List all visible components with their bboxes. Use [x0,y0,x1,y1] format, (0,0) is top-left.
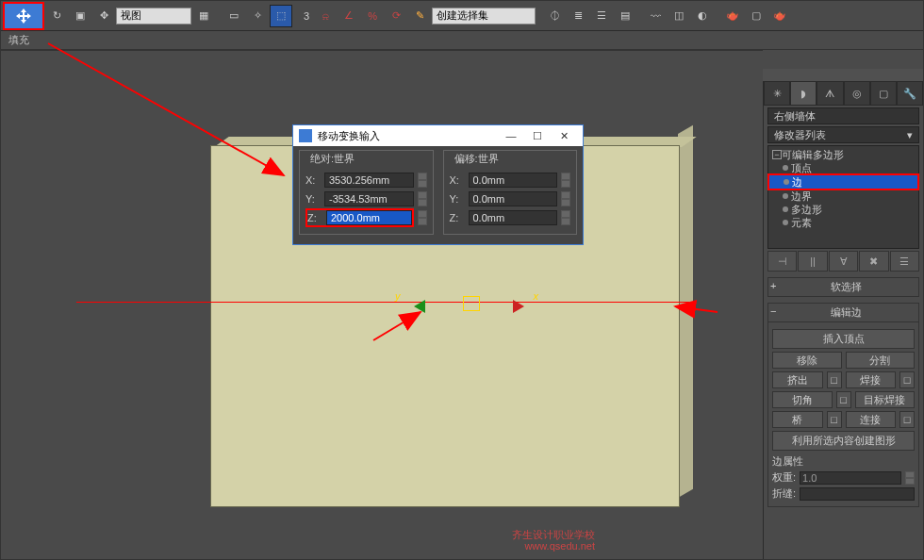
selection-set-combo[interactable]: 创建选择集 [432,8,536,25]
scale-tool-button[interactable]: ▣ [69,5,91,27]
schematic-view-button[interactable]: ◫ [668,5,690,27]
transform-gizmo[interactable]: y x [406,294,538,315]
create-shape-button[interactable]: 利用所选内容创建图形 [772,431,915,451]
render-frame-button[interactable]: ▢ [745,5,767,27]
placement-tool-button[interactable]: ✥ [92,5,115,27]
object-name-field[interactable]: 右侧墙体 [767,107,919,124]
dialog-titlebar[interactable]: 移动变换输入 — ☐ ✕ [293,125,583,146]
abs-z-input[interactable]: 2000.0mm [326,210,412,225]
weight-label: 权重: [772,470,796,485]
gizmo-y-label: y [395,290,401,302]
abs-x-spinner[interactable] [418,173,427,188]
chamfer-button[interactable]: 切角 [772,391,833,408]
manipulate-button[interactable]: ✧ [246,5,269,27]
modifier-list-combo[interactable]: 修改器列表▾ [767,126,919,143]
material-editor-button[interactable]: ◐ [691,5,714,27]
abs-y-spinner[interactable] [418,191,427,206]
edit-edges-rollup[interactable]: −编辑边 [767,303,919,322]
abs-y-input[interactable]: -3534.53mm [324,191,414,206]
off-z-spinner[interactable] [561,210,570,225]
off-x-input[interactable]: 0.0mm [469,173,558,188]
stack-border[interactable]: 边界 [768,189,918,203]
spinner-snap-button[interactable]: ⟳ [385,5,407,27]
hierarchy-tab[interactable]: ᗑ [817,81,843,106]
split-button[interactable]: 分割 [846,352,916,369]
mirror-button[interactable]: ⏀ [543,5,566,27]
extrude-button[interactable]: 挤出 [772,371,823,388]
remove-button[interactable]: 移除 [772,352,842,369]
utilities-tab[interactable]: 🔧 [897,81,923,106]
offset-world-group: 偏移:世界 X:0.0mm Y:0.0mm Z:0.0mm [443,150,578,235]
angle-snap-button[interactable]: ∠ [338,5,360,27]
tab-fill: 填充 [3,31,35,49]
bridge-button[interactable]: 桥 [772,411,823,428]
abs-x-input[interactable]: 3530.256mm [324,173,414,188]
maximize-button[interactable]: ☐ [524,130,551,142]
chamfer-settings-button[interactable]: □ [836,391,851,408]
abs-z-spinner[interactable] [418,210,427,225]
snap-toggle-button[interactable]: ⍾ [314,5,337,27]
percent-snap-button[interactable]: % [361,5,384,27]
rotate-tool-button[interactable]: ↻ [45,5,68,27]
move-transform-dialog: 移动变换输入 — ☐ ✕ 绝对:世界 X:3530.256mm Y:-3534.… [292,124,584,245]
stack-polygon[interactable]: 多边形 [768,203,918,216]
edit-edges-body: 插入顶点 移除 分割 挤出 □ 焊接 □ 切角 □ 目标焊接 桥 □ 连接 □ … [767,322,919,507]
abs-z-highlight-frame: Z:2000.0mm [305,208,414,227]
display-tab[interactable]: ▢ [870,81,897,106]
off-y-input[interactable]: 0.0mm [469,191,558,206]
absolute-world-group: 绝对:世界 X:3530.256mm Y:-3534.53mm Z:2000.0… [299,150,434,235]
minimize-button[interactable]: — [498,130,524,141]
abs-z-label: Z: [307,212,322,223]
off-z-label: Z: [450,212,465,223]
motion-tab[interactable]: ◎ [844,81,870,106]
absolute-world-label: 绝对:世界 [307,152,357,166]
insert-vertex-button[interactable]: 插入顶点 [772,329,915,349]
ribbon-toggle-button[interactable]: ▤ [614,5,636,27]
selected-edge [76,302,689,303]
weld-settings-button[interactable]: □ [899,371,915,388]
weight-input[interactable]: 1.0 [800,471,901,485]
reference-coord-combo[interactable]: 视图 [116,8,191,25]
keyboard-shortcut-button[interactable]: ⬚ [270,5,292,27]
stack-element[interactable]: 元素 [768,216,918,229]
connect-button[interactable]: 连接 [846,411,897,428]
weight-spinner[interactable] [905,471,915,485]
command-panel: ✳ ◗ ᗑ ◎ ▢ 🔧 右侧墙体 修改器列表▾ −可编辑多边形 顶点 边 边界 … [763,81,923,559]
spinner-value: 3 [300,10,313,22]
move-tool-button[interactable] [3,2,44,30]
curve-editor-button[interactable]: 〰 [644,5,667,27]
target-weld-button[interactable]: 目标焊接 [855,391,916,408]
layers-button[interactable]: ☰ [590,5,613,27]
extrude-settings-button[interactable]: □ [827,371,842,388]
remove-mod-button[interactable]: ✖ [859,251,888,272]
edit-named-button[interactable]: ✎ [408,5,431,27]
modify-tab[interactable]: ◗ [790,81,817,106]
unique-button[interactable]: ∀ [829,251,858,272]
crease-label: 折缝: [772,486,796,501]
show-end-button[interactable]: || [798,251,827,272]
stack-vertex[interactable]: 顶点 [768,161,918,174]
off-x-spinner[interactable] [561,173,570,188]
pivot-button[interactable]: ▦ [192,5,215,27]
close-button[interactable]: ✕ [551,130,577,142]
align-button[interactable]: ≣ [567,5,589,27]
select-object-button[interactable]: ▭ [223,5,245,27]
stack-edge[interactable]: 边 [769,175,917,189]
render-setup-button[interactable]: 🫖 [721,5,744,27]
stack-editable-poly[interactable]: −可编辑多边形 [768,148,918,161]
command-panel-tabs: ✳ ◗ ᗑ ◎ ▢ 🔧 [764,81,923,106]
off-z-input[interactable]: 0.0mm [469,210,558,225]
pin-stack-button[interactable]: ⊣ [767,251,797,272]
weld-button[interactable]: 焊接 [846,371,897,388]
soft-selection-rollup[interactable]: +软选择 [767,277,919,297]
crease-input[interactable] [800,487,915,501]
bridge-settings-button[interactable]: □ [827,411,842,428]
ribbon-tab-row: 填充 [1,31,923,50]
gizmo-y-arrow-icon [414,300,425,313]
connect-settings-button[interactable]: □ [899,411,915,428]
stack-edge-highlight-frame: 边 [767,173,919,190]
render-button[interactable]: 🫖 [768,5,791,27]
configure-sets-button[interactable]: ☰ [890,251,919,272]
off-y-spinner[interactable] [561,191,570,206]
create-tab[interactable]: ✳ [764,81,790,106]
